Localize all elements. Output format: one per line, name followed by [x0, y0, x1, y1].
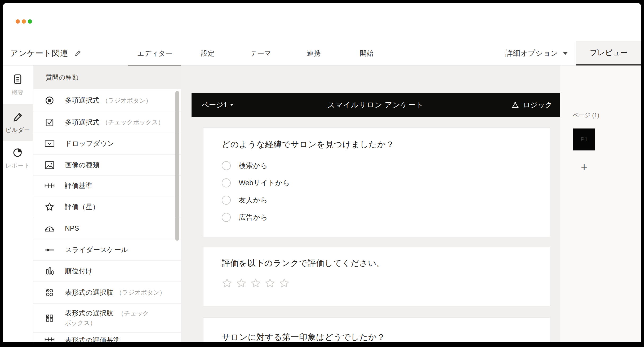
star-rating-icon[interactable] [264, 278, 276, 289]
qtype-label: 表形式の選択肢 [65, 309, 113, 317]
qtype-label-wrap: 表形式の選択肢 （チェックボックス） [65, 309, 152, 327]
question-card-1[interactable]: どのような経緯でサロンを見つけましたか？ 検索から Webサイトから 友人から … [203, 128, 550, 237]
tab-theme[interactable]: テーマ [234, 41, 287, 65]
survey-doc-title: アンケート関連 [10, 41, 82, 65]
window-minimize-button[interactable] [22, 19, 26, 24]
qtype-multichoice-checkbox[interactable]: 多項選択式 （チェックボックス） [33, 112, 181, 133]
ranking-bars-icon [44, 266, 55, 276]
edit-title-pencil-icon[interactable] [74, 49, 82, 57]
qtype-matrix-checkbox[interactable]: 表形式の選択肢 （チェックボックス） [33, 304, 181, 333]
header-bar: アンケート関連 エディター 設定 テーマ 連携 開始 詳細オプション プレビュー [3, 41, 641, 65]
star-rating-row [221, 278, 290, 289]
matrix-radio-icon [44, 288, 55, 297]
gauge-icon [44, 225, 55, 232]
titlebar [3, 3, 641, 41]
survey-title: スマイルサロン アンケート [192, 100, 560, 110]
qtype-rating-star[interactable]: 評価（星） [33, 196, 181, 218]
app-window: アンケート関連 エディター 設定 テーマ 連携 開始 詳細オプション プレビュー… [3, 3, 641, 342]
rail-item-reports[interactable]: レポート [3, 141, 33, 175]
star-rating-icon[interactable] [221, 278, 233, 289]
logic-triangle-icon [511, 101, 519, 109]
question-1-option-4: 広告から [222, 213, 268, 222]
builder-pencil-icon [12, 111, 23, 122]
preview-button-label: プレビュー [590, 48, 628, 58]
logic-button[interactable]: ロジック [511, 100, 552, 110]
left-nav-rail: 概要 ビルダー レポート [3, 65, 33, 342]
preview-button[interactable]: プレビュー [576, 41, 641, 66]
tab-editor[interactable]: エディター [128, 41, 181, 65]
page-selector[interactable]: ページ1 [202, 100, 234, 110]
qtype-dropdown[interactable]: ドロップダウン [33, 133, 181, 155]
survey-canvas: ページ1 スマイルサロン アンケート ロジック どのような経緯でサロンを見つけま… [181, 65, 560, 342]
qtype-nps[interactable]: NPS [33, 218, 181, 239]
window-zoom-button[interactable] [28, 19, 32, 24]
tab-launch[interactable]: 開始 [340, 41, 393, 65]
qtype-image[interactable]: 画像の種類 [33, 155, 181, 176]
rail-item-builder-label: ビルダー [5, 126, 30, 134]
tab-theme-label: テーマ [250, 49, 271, 58]
question-card-3[interactable]: サロンに対する第一印象はどうでしたか？ [203, 317, 550, 342]
tab-launch-label: 開始 [360, 49, 374, 58]
chevron-down-icon [230, 104, 234, 106]
rail-item-overview[interactable]: 概要 [3, 66, 33, 104]
question-card-2[interactable]: 評価を以下のランクで評価してください。 [203, 247, 550, 306]
qtype-label: 評価基準 [65, 181, 92, 190]
star-icon [44, 202, 55, 212]
qtype-matrix-radio[interactable]: 表形式の選択肢 （ラジオボタン） [33, 282, 181, 304]
star-rating-icon[interactable] [278, 278, 290, 289]
dropdown-icon [44, 140, 55, 148]
matrix-scale-icon [44, 337, 55, 342]
radio-button[interactable] [222, 178, 231, 187]
tab-integrations[interactable]: 連携 [287, 41, 340, 65]
logic-button-label: ロジック [523, 100, 552, 110]
main-tabs: エディター 設定 テーマ 連携 開始 [128, 41, 393, 65]
screenshot-frame: アンケート関連 エディター 設定 テーマ 連携 開始 詳細オプション プレビュー… [0, 0, 644, 347]
image-icon [44, 161, 55, 169]
qtype-label: ドロップダウン [65, 139, 114, 148]
tab-integrations-label: 連携 [307, 49, 321, 58]
qtype-ranking[interactable]: 順位付け [33, 261, 181, 282]
page-selector-label: ページ1 [202, 100, 227, 110]
qtype-rating-scale[interactable]: 評価基準 [33, 176, 181, 196]
question-types-header-label: 質問の種類 [46, 73, 79, 82]
scale-icon [44, 182, 55, 190]
radio-button[interactable] [222, 196, 231, 205]
star-rating-icon[interactable] [250, 278, 261, 289]
rail-item-reports-label: レポート [5, 162, 30, 170]
advanced-options-menu[interactable]: 詳細オプション [505, 41, 568, 65]
overview-document-icon [12, 73, 23, 85]
question-1-option-1: 検索から [222, 161, 268, 170]
qtype-label: スライダースケール [65, 245, 128, 254]
option-label: Webサイトから [239, 178, 290, 188]
rail-item-overview-label: 概要 [12, 89, 24, 97]
qtype-label: NPS [65, 224, 79, 233]
tab-settings-label: 設定 [201, 49, 215, 58]
tab-settings[interactable]: 設定 [181, 41, 234, 65]
tab-editor-label: エディター [137, 49, 172, 58]
option-label: 広告から [239, 213, 268, 222]
radio-button[interactable] [222, 213, 231, 222]
radio-button[interactable] [222, 161, 231, 170]
pages-count-label: ページ (1) [573, 111, 599, 119]
star-rating-icon[interactable] [236, 278, 247, 289]
qtype-label: 多項選択式 [65, 118, 99, 127]
question-types-scrollbar[interactable] [175, 91, 179, 241]
qtype-label: 多項選択式 [65, 96, 99, 105]
pages-panel: ページ (1) P1 + [560, 65, 641, 342]
option-label: 検索から [239, 161, 268, 170]
qtype-slider-scale[interactable]: スライダースケール [33, 239, 181, 261]
qtype-label: 画像の種類 [65, 160, 100, 170]
qtype-hint: （ラジオボタン） [116, 288, 166, 297]
add-page-button[interactable]: + [573, 161, 595, 174]
rail-item-builder[interactable]: ビルダー [3, 104, 33, 141]
page-thumbnail-p1[interactable]: P1 [573, 128, 595, 151]
qtype-matrix-scale[interactable]: 表形式の評価基準 [33, 333, 181, 342]
matrix-checkbox-icon [44, 313, 55, 323]
window-close-button[interactable] [16, 19, 20, 24]
advanced-options-label: 詳細オプション [505, 48, 558, 58]
qtype-multichoice-radio[interactable]: 多項選択式 （ラジオボタン） [33, 89, 181, 112]
question-types-panel: 質問の種類 多項選択式 （ラジオボタン） 多項選択式 （チェックボックス） ドロ… [33, 65, 181, 342]
doc-title-text: アンケート関連 [10, 48, 68, 59]
page-header-bar: ページ1 スマイルサロン アンケート ロジック [192, 93, 560, 117]
qtype-label: 評価（星） [65, 202, 99, 212]
